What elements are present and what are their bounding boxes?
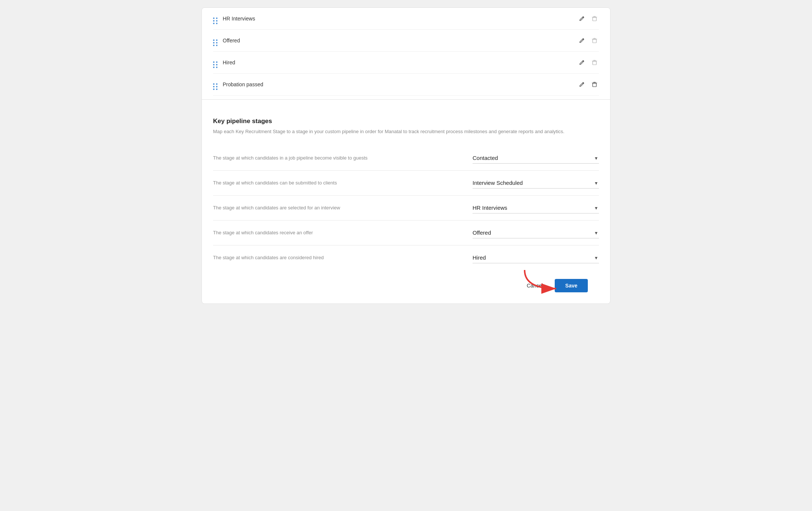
- delete-button[interactable]: [590, 80, 599, 89]
- stage-select-wrapper: ContactedInterview ScheduledHR Interview…: [473, 202, 599, 213]
- stage-label: The stage at which candidates can be sub…: [213, 180, 473, 186]
- save-button[interactable]: Save: [555, 279, 588, 292]
- stage-mapping-row: The stage at which candidates are consid…: [213, 245, 599, 270]
- svg-rect-0: [593, 17, 596, 21]
- stage-select-wrapper: ContactedInterview ScheduledHR Interview…: [473, 152, 599, 164]
- edit-button[interactable]: [577, 36, 586, 45]
- pipeline-item-actions: [577, 36, 599, 45]
- action-bar: Cancel Save: [213, 270, 599, 292]
- drag-handle-icon[interactable]: [213, 58, 218, 67]
- stage-label: The stage at which candidates are consid…: [213, 255, 473, 260]
- stage-mapping-row: The stage at which candidates are select…: [213, 196, 599, 221]
- pipeline-item-actions: [577, 58, 599, 67]
- stage-select-wrapper: ContactedInterview ScheduledHR Interview…: [473, 227, 599, 238]
- svg-rect-1: [593, 39, 596, 43]
- stage-mapping-row: The stage at which candidates receive an…: [213, 221, 599, 245]
- pipeline-item: Offered: [213, 30, 599, 52]
- stage-label: The stage at which candidates in a job p…: [213, 155, 473, 161]
- stage-select-wrapper: ContactedInterview ScheduledHR Interview…: [473, 177, 599, 189]
- settings-card: HR InterviewsOfferedHiredProbation passe…: [202, 7, 610, 304]
- delete-button[interactable]: [590, 36, 599, 45]
- page-wrapper: HR InterviewsOfferedHiredProbation passe…: [0, 0, 812, 511]
- pipeline-list: HR InterviewsOfferedHiredProbation passe…: [202, 8, 610, 96]
- pipeline-item-name: Probation passed: [223, 81, 577, 87]
- delete-button[interactable]: [590, 14, 599, 23]
- svg-rect-3: [593, 83, 596, 87]
- edit-button[interactable]: [577, 58, 586, 67]
- edit-button[interactable]: [577, 14, 586, 23]
- cancel-button[interactable]: Cancel: [521, 280, 549, 292]
- stage-select[interactable]: ContactedInterview ScheduledHR Interview…: [473, 152, 599, 164]
- stage-select[interactable]: ContactedInterview ScheduledHR Interview…: [473, 177, 599, 189]
- stage-select-wrapper: ContactedInterview ScheduledHR Interview…: [473, 252, 599, 263]
- drag-handle-icon[interactable]: [213, 80, 218, 89]
- drag-handle-icon[interactable]: [213, 36, 218, 45]
- section-divider: [202, 99, 610, 100]
- pipeline-item-name: Offered: [223, 38, 577, 44]
- key-pipeline-section: Key pipeline stages Map each Key Recruit…: [202, 109, 610, 292]
- stage-select[interactable]: ContactedInterview ScheduledHR Interview…: [473, 252, 599, 263]
- stage-rows-container: The stage at which candidates in a job p…: [213, 146, 599, 270]
- pipeline-item-name: Hired: [223, 60, 577, 65]
- stage-label: The stage at which candidates are select…: [213, 205, 473, 210]
- section-title: Key pipeline stages: [213, 118, 599, 125]
- section-description: Map each Key Recruitment Stage to a stag…: [213, 128, 599, 135]
- stage-select[interactable]: ContactedInterview ScheduledHR Interview…: [473, 202, 599, 213]
- stage-mapping-row: The stage at which candidates in a job p…: [213, 146, 599, 171]
- delete-button[interactable]: [590, 58, 599, 67]
- pipeline-item-actions: [577, 80, 599, 89]
- pipeline-item: Probation passed: [213, 74, 599, 96]
- pipeline-item-name: HR Interviews: [223, 16, 577, 22]
- pipeline-item: HR Interviews: [213, 8, 599, 30]
- stage-mapping-row: The stage at which candidates can be sub…: [213, 171, 599, 196]
- pipeline-item: Hired: [213, 52, 599, 74]
- edit-button[interactable]: [577, 80, 586, 89]
- svg-rect-2: [593, 61, 596, 65]
- stage-select[interactable]: ContactedInterview ScheduledHR Interview…: [473, 227, 599, 238]
- stage-label: The stage at which candidates receive an…: [213, 230, 473, 235]
- pipeline-item-actions: [577, 14, 599, 23]
- drag-handle-icon[interactable]: [213, 14, 218, 23]
